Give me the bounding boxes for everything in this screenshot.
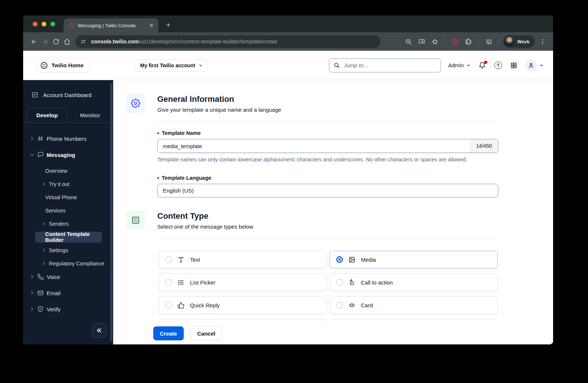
radio-call-to-action[interactable]: [336, 279, 343, 286]
chat-bubble-icon: [37, 151, 44, 158]
jump-to-search[interactable]: [329, 58, 441, 72]
top-nav-right: Admin ?: [329, 58, 544, 72]
template-name-input[interactable]: [158, 139, 470, 153]
template-name-field: 14/450: [157, 139, 498, 153]
section-divider: [157, 122, 498, 122]
bookmark-button[interactable]: [429, 36, 440, 47]
account-selector-label: My first Twilio account: [140, 62, 195, 68]
browser-profile-chip[interactable]: Work: [503, 35, 535, 48]
option-label: Text: [190, 257, 200, 263]
tab-close-icon[interactable]: ✕: [148, 22, 155, 29]
monitor-tab-label: Monitor: [80, 112, 100, 118]
general-information-title: General Information: [157, 94, 498, 104]
chevron-right-icon: [42, 222, 46, 226]
screen-download-icon: [418, 38, 425, 45]
tab-develop[interactable]: Develop: [27, 108, 67, 122]
try-it-out-label: Try it out: [49, 181, 69, 187]
create-button[interactable]: Create: [153, 326, 184, 340]
console-sidebar: Account Dashboard Develop Monitor Phone …: [23, 80, 113, 344]
general-info-tile: [126, 94, 145, 113]
sidebar-item-settings[interactable]: Settings: [27, 245, 110, 256]
sidebar-item-senders[interactable]: Senders: [27, 218, 110, 229]
twilio-extension-icon[interactable]: [449, 36, 460, 47]
twilio-home-label: Twilio Home: [51, 62, 83, 68]
sidebar-item-account-dashboard[interactable]: Account Dashboard: [23, 80, 113, 99]
account-selector[interactable]: My first Twilio account: [135, 59, 208, 72]
sidebar-scrollbar[interactable]: [110, 83, 112, 341]
radio-media-checked[interactable]: [336, 256, 343, 263]
apps-grid-button[interactable]: [509, 61, 518, 70]
sidebar-item-messaging[interactable]: Messaging: [27, 149, 110, 160]
sidebar-item-regulatory-compliance[interactable]: Regulatory Compliance: [27, 258, 110, 269]
sidebar-collapse-button[interactable]: [92, 323, 107, 338]
kebab-menu-icon: [539, 38, 546, 45]
radio-quick-reply[interactable]: [165, 302, 172, 308]
reload-button[interactable]: [50, 36, 61, 47]
call-to-action-icon: [348, 279, 355, 286]
url-bar[interactable]: console.twilio.com/us1/develop/sms/conte…: [75, 35, 380, 48]
sidebar-item-phone-numbers[interactable]: Phone Numbers: [27, 133, 110, 144]
section-divider: [157, 239, 498, 239]
content-type-option-list-picker[interactable]: List Picker: [159, 273, 327, 291]
envelope-icon: [37, 290, 44, 296]
sidebar-item-email[interactable]: Email: [27, 287, 110, 298]
browser-toolbar: console.twilio.com/us1/develop/sms/conte…: [23, 32, 553, 51]
jump-to-input[interactable]: [344, 62, 436, 68]
user-menu[interactable]: [525, 60, 544, 71]
toolbar-separator: [498, 38, 499, 45]
phone-numbers-label: Phone Numbers: [47, 136, 86, 142]
browser-tab[interactable]: Messaging | Twilio Console ✕: [64, 18, 158, 32]
main-content: General Information Give your template a…: [113, 80, 553, 344]
sidebar-item-content-template-builder[interactable]: Content Template Builder: [35, 232, 102, 243]
new-tab-button[interactable]: +: [164, 20, 173, 30]
notifications-button[interactable]: [478, 61, 487, 70]
tab-search-button[interactable]: [483, 36, 494, 47]
grid-icon: [510, 62, 517, 69]
character-counter: 14/450: [470, 139, 498, 153]
reload-icon: [53, 38, 60, 45]
radio-card[interactable]: [336, 302, 343, 308]
install-app-button[interactable]: [416, 36, 427, 47]
sidebar-item-voice[interactable]: Voice: [27, 271, 110, 282]
sidebar-item-try-it-out[interactable]: Try it out: [27, 179, 110, 190]
window-controls: [33, 22, 55, 26]
verify-label: Verify: [47, 306, 61, 312]
chevron-down-icon: [198, 63, 203, 68]
radio-list-picker[interactable]: [165, 279, 172, 286]
sidebar-nav: Phone Numbers Messaging Overview Try it …: [23, 123, 113, 315]
zoom-button[interactable]: [403, 36, 414, 47]
window-zoom-button[interactable]: [50, 22, 55, 26]
back-button[interactable]: [28, 36, 39, 47]
email-label: Email: [47, 290, 61, 296]
services-label: Services: [45, 208, 66, 214]
forward-button[interactable]: [39, 36, 50, 47]
cancel-button[interactable]: Cancel: [190, 326, 222, 340]
browser-menu-button[interactable]: [537, 36, 548, 47]
option-label: Media: [361, 257, 376, 263]
sidebar-item-services[interactable]: Services: [27, 205, 110, 216]
site-settings-icon[interactable]: [78, 37, 88, 46]
radio-text[interactable]: [165, 256, 172, 263]
toolbar-separator: [478, 38, 478, 45]
extensions-button[interactable]: [463, 36, 474, 47]
home-icon: [64, 38, 71, 45]
template-icon: [131, 215, 140, 225]
template-language-select[interactable]: English (US): [157, 184, 498, 197]
content-type-option-quick-reply[interactable]: Quick Reply: [159, 296, 327, 314]
content-type-option-media[interactable]: Media: [330, 251, 498, 268]
tab-monitor[interactable]: Monitor: [67, 108, 113, 122]
twilio-home-button[interactable]: Twilio Home: [35, 58, 90, 73]
admin-menu[interactable]: Admin: [448, 62, 471, 68]
help-button[interactable]: ?: [494, 61, 502, 70]
content-type-option-call-to-action[interactable]: Call to action: [330, 273, 498, 291]
window-close-button[interactable]: [33, 22, 37, 26]
required-indicator: [157, 177, 159, 179]
window-minimize-button[interactable]: [42, 22, 46, 26]
sidebar-item-virtual-phone[interactable]: Virtual Phone: [27, 192, 110, 203]
content-type-option-card[interactable]: Card: [330, 296, 498, 314]
content-type-option-text[interactable]: Text: [159, 251, 327, 268]
home-button[interactable]: [61, 36, 72, 47]
sidebar-item-verify[interactable]: Verify: [27, 304, 110, 315]
hash-icon: [37, 135, 44, 142]
sidebar-item-overview[interactable]: Overview: [27, 165, 110, 176]
